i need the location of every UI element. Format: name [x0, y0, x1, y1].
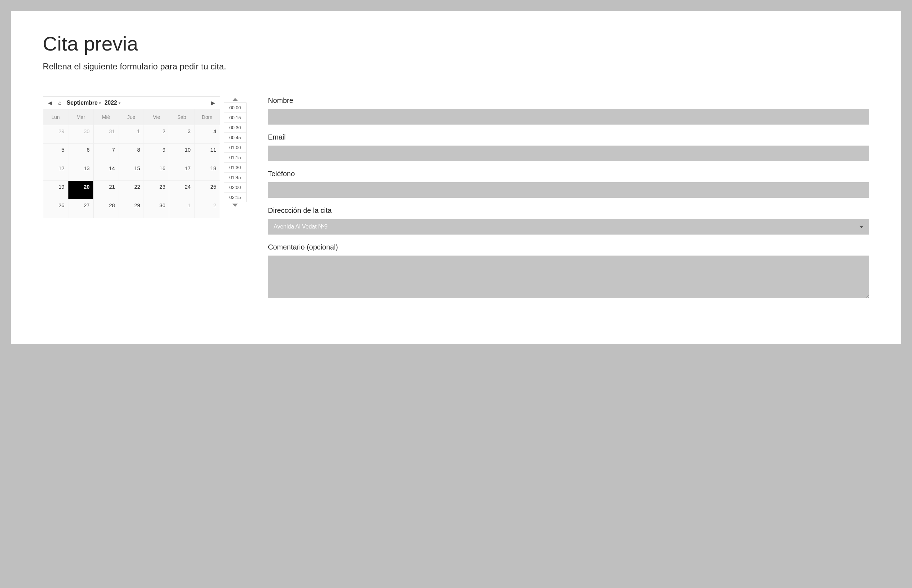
field-phone: Teléfono	[268, 170, 869, 198]
email-input[interactable]	[268, 145, 869, 161]
time-scroll-up-button[interactable]	[232, 98, 238, 101]
caret-down-icon: ▾	[99, 101, 101, 105]
time-slot[interactable]: 00:00	[224, 103, 246, 113]
calendar-day-cell[interactable]: 24	[169, 181, 194, 199]
calendar-prev-button[interactable]: ◀	[47, 100, 53, 106]
datetime-picker: ◀ ⌂ Septiembre ▾ 2022 ▾ ▶ LunMarMiéJueVi…	[43, 97, 246, 308]
time-slot[interactable]: 02:15	[224, 192, 246, 202]
phone-input[interactable]	[268, 182, 869, 198]
calendar-dow-header: Vie	[144, 109, 169, 125]
calendar-day-cell[interactable]: 5	[43, 144, 68, 162]
field-comment: Comentario (opcional)	[268, 243, 869, 300]
page-subtitle: Rellena el siguiente formulario para ped…	[43, 61, 869, 71]
calendar-day-cell[interactable]: 6	[68, 144, 94, 162]
time-slot[interactable]: 00:30	[224, 123, 246, 133]
calendar-dow-header: Jue	[119, 109, 144, 125]
calendar-day-cell[interactable]: 30	[144, 199, 169, 218]
calendar-toolbar: ◀ ⌂ Septiembre ▾ 2022 ▾ ▶	[43, 97, 220, 109]
calendar: ◀ ⌂ Septiembre ▾ 2022 ▾ ▶ LunMarMiéJueVi…	[43, 97, 220, 308]
calendar-day-cell[interactable]: 23	[144, 181, 169, 199]
calendar-dow-header: Sáb	[169, 109, 194, 125]
calendar-dow-header: Mié	[94, 109, 119, 125]
calendar-day-cell[interactable]: 8	[119, 144, 144, 162]
calendar-home-button[interactable]: ⌂	[57, 100, 63, 106]
calendar-day-cell[interactable]: 13	[68, 162, 94, 181]
calendar-dow-header: Dom	[194, 109, 220, 125]
calendar-day-cell[interactable]: 17	[169, 162, 194, 181]
calendar-day-cell[interactable]: 1	[119, 125, 144, 144]
field-email: Email	[268, 133, 869, 161]
calendar-day-cell[interactable]: 7	[94, 144, 119, 162]
calendar-month-select[interactable]: Septiembre ▾	[66, 100, 101, 106]
calendar-day-cell[interactable]: 19	[43, 181, 68, 199]
appointment-form: Nombre Email Teléfono Direccción de la c…	[268, 97, 869, 308]
calendar-day-cell[interactable]: 27	[68, 199, 94, 218]
time-slot[interactable]: 01:30	[224, 163, 246, 173]
address-select[interactable]: Avenida Al Vedat Nº9	[268, 219, 869, 234]
calendar-year-select[interactable]: 2022 ▾	[104, 100, 120, 106]
time-slot-list[interactable]: 00:0000:1500:3000:4501:0001:1501:3001:45…	[224, 102, 246, 202]
calendar-day-cell[interactable]: 25	[194, 181, 220, 199]
calendar-day-cell[interactable]: 26	[43, 199, 68, 218]
calendar-day-cell[interactable]: 15	[119, 162, 144, 181]
calendar-next-button[interactable]: ▶	[210, 100, 216, 106]
time-slot[interactable]: 00:15	[224, 113, 246, 123]
time-picker: 00:0000:1500:3000:4501:0001:1501:3001:45…	[224, 97, 246, 308]
calendar-day-cell[interactable]: 2	[194, 199, 220, 218]
calendar-day-cell[interactable]: 9	[144, 144, 169, 162]
calendar-day-cell[interactable]: 10	[169, 144, 194, 162]
time-scroll-down-button[interactable]	[232, 204, 238, 207]
calendar-dow-header: Mar	[68, 109, 94, 125]
caret-down-icon: ▾	[118, 101, 120, 105]
comment-textarea[interactable]	[268, 255, 869, 298]
time-slot[interactable]: 01:00	[224, 143, 246, 153]
time-slot[interactable]: 02:00	[224, 183, 246, 192]
address-selected-value: Avenida Al Vedat Nº9	[274, 223, 327, 230]
calendar-day-cell[interactable]: 28	[94, 199, 119, 218]
calendar-day-cell[interactable]: 12	[43, 162, 68, 181]
calendar-day-cell[interactable]: 2	[144, 125, 169, 144]
email-label: Email	[268, 133, 869, 141]
calendar-day-cell[interactable]: 14	[94, 162, 119, 181]
page-container: Cita previa Rellena el siguiente formula…	[11, 11, 901, 344]
content-row: ◀ ⌂ Septiembre ▾ 2022 ▾ ▶ LunMarMiéJueVi…	[43, 97, 869, 308]
calendar-day-cell[interactable]: 30	[68, 125, 94, 144]
name-input[interactable]	[268, 109, 869, 124]
calendar-day-cell[interactable]: 22	[119, 181, 144, 199]
time-slot[interactable]: 01:15	[224, 153, 246, 163]
calendar-day-cell[interactable]: 21	[94, 181, 119, 199]
calendar-day-cell[interactable]: 20	[68, 181, 94, 199]
chevron-down-icon	[859, 226, 863, 228]
calendar-day-cell[interactable]: 11	[194, 144, 220, 162]
calendar-day-cell[interactable]: 1	[169, 199, 194, 218]
calendar-day-cell[interactable]: 29	[43, 125, 68, 144]
field-address: Direccción de la cita Avenida Al Vedat N…	[268, 207, 869, 234]
phone-label: Teléfono	[268, 170, 869, 178]
time-slot[interactable]: 01:45	[224, 173, 246, 183]
calendar-day-cell[interactable]: 18	[194, 162, 220, 181]
time-slot[interactable]: 00:45	[224, 133, 246, 143]
calendar-day-cell[interactable]: 29	[119, 199, 144, 218]
calendar-month-label: Septiembre	[66, 100, 97, 106]
calendar-day-cell[interactable]: 16	[144, 162, 169, 181]
address-label: Direccción de la cita	[268, 207, 869, 215]
field-name: Nombre	[268, 97, 869, 124]
calendar-day-cell[interactable]: 3	[169, 125, 194, 144]
calendar-grid: LunMarMiéJueVieSábDom2930311234567891011…	[43, 109, 220, 218]
comment-label: Comentario (opcional)	[268, 243, 869, 251]
calendar-day-cell[interactable]: 31	[94, 125, 119, 144]
calendar-day-cell[interactable]: 4	[194, 125, 220, 144]
page-title: Cita previa	[43, 32, 869, 55]
calendar-dow-header: Lun	[43, 109, 68, 125]
calendar-year-label: 2022	[104, 100, 117, 106]
name-label: Nombre	[268, 97, 869, 105]
